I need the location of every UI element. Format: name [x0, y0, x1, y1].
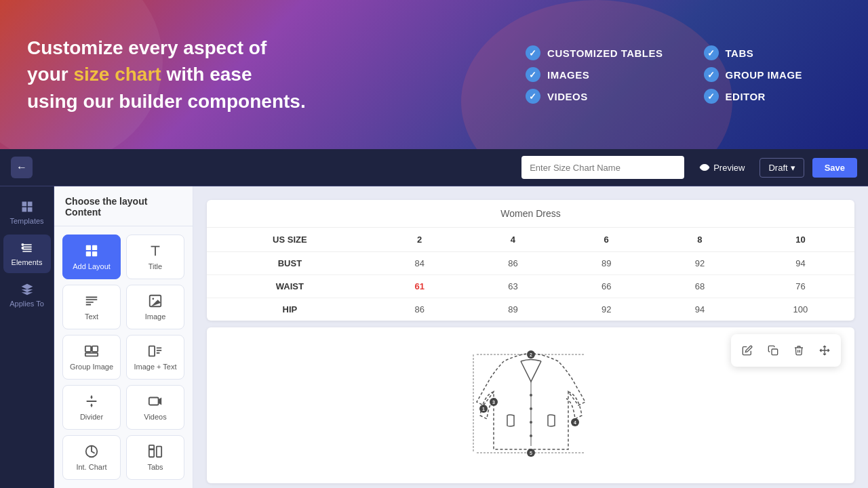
svg-point-8: [152, 298, 154, 300]
svg-rect-10: [92, 346, 98, 352]
element-image[interactable]: Image: [126, 285, 184, 329]
element-add-layout[interactable]: Add Layout: [62, 235, 121, 279]
check-icon-2: ✓: [704, 45, 719, 60]
save-button[interactable]: Save: [812, 158, 857, 178]
bust-2: 84: [373, 252, 467, 275]
hero-text: Customize every aspect of your size char…: [27, 35, 526, 115]
hero-line3: using our builder components.: [27, 91, 306, 112]
waist-10: 76: [747, 275, 854, 298]
svg-rect-20: [772, 349, 778, 355]
data-table: US SIZE 2 4 6 8 10 BUST 84 86: [207, 228, 854, 321]
move-button[interactable]: [812, 338, 837, 363]
element-videos[interactable]: Videos: [126, 385, 184, 430]
table-section: Women Dress US SIZE 2 4 6 8 10: [207, 200, 854, 321]
svg-rect-12: [149, 346, 155, 357]
topbar: ← Preview Draft ▾ Save: [0, 149, 868, 186]
check-icon-1: ✓: [526, 45, 540, 60]
feature-label-2: TABS: [726, 47, 754, 59]
elements-grid: Add Layout Title Text Image: [54, 226, 193, 488]
element-videos-label: Videos: [144, 413, 166, 421]
sidebar-templates-label: Templates: [9, 217, 43, 225]
app-shell: ← Preview Draft ▾ Save Templates Element…: [0, 149, 868, 488]
back-icon: ←: [16, 161, 27, 174]
element-text[interactable]: Text: [62, 285, 121, 329]
canvas: Women Dress US SIZE 2 4 6 8 10: [193, 186, 868, 488]
delete-button[interactable]: [787, 338, 811, 363]
svg-rect-11: [85, 353, 98, 357]
edit-button[interactable]: [735, 338, 760, 363]
feature-images: ✓ IMAGES: [526, 67, 663, 82]
preview-label: Preview: [713, 163, 745, 173]
feature-group-image: ✓ GROUP IMAGE: [704, 67, 841, 82]
hero-line2-end: with ease: [161, 64, 252, 85]
waist-2: 61: [373, 275, 467, 298]
element-text-label: Text: [85, 312, 98, 321]
element-image-text-label: Image + Text: [134, 363, 176, 371]
bust-8: 92: [653, 252, 747, 275]
sidebar: Templates Elements Applies To: [0, 186, 54, 488]
element-add-layout-label: Add Layout: [73, 262, 111, 270]
hero-highlight: size chart: [73, 64, 161, 85]
svg-marker-13: [90, 395, 93, 398]
preview-button[interactable]: Preview: [692, 158, 751, 177]
element-image-text[interactable]: Image + Text: [126, 335, 184, 380]
sidebar-applies-label: Applies To: [9, 300, 44, 308]
svg-rect-2: [21, 247, 23, 249]
hero-features: ✓ CUSTOMIZED TABLES ✓ TABS ✓ IMAGES ✓ GR…: [526, 45, 841, 104]
element-group-image-label: Group Image: [70, 363, 113, 371]
check-icon-4: ✓: [704, 67, 719, 82]
svg-rect-9: [85, 346, 91, 352]
col-header-10: 10: [747, 228, 854, 252]
draft-button[interactable]: Draft ▾: [760, 158, 804, 178]
sidebar-item-elements[interactable]: Elements: [3, 235, 51, 273]
feature-editor: ✓ EDITOR: [704, 89, 841, 104]
table-row-waist: WAIST 61 63 66 68 76: [207, 275, 854, 298]
hip-8: 94: [653, 298, 747, 321]
col-header-2: 2: [373, 228, 467, 252]
panel-title: Choose the layout Content: [54, 186, 193, 226]
waist-6: 66: [559, 275, 653, 298]
back-button[interactable]: ←: [11, 157, 33, 178]
draft-label: Draft: [768, 163, 787, 173]
table-header-row: US SIZE 2 4 6 8 10: [207, 228, 854, 252]
element-tabs[interactable]: Tabs: [126, 435, 184, 480]
element-title-label: Title: [149, 262, 162, 270]
row-label-bust: BUST: [207, 252, 373, 275]
svg-rect-1: [21, 243, 23, 245]
bust-10: 94: [747, 252, 854, 275]
element-divider[interactable]: Divider: [62, 385, 121, 430]
col-header-us-size: US SIZE: [207, 228, 373, 252]
chart-name-input[interactable]: [521, 156, 684, 179]
hero-line2-plain: your: [27, 64, 73, 85]
row-label-hip: HIP: [207, 298, 373, 321]
feature-label-6: EDITOR: [726, 91, 766, 102]
hip-2: 86: [373, 298, 467, 321]
sidebar-elements-label: Elements: [12, 258, 43, 266]
table-title: Women Dress: [207, 200, 854, 228]
element-divider-label: Divider: [80, 413, 103, 421]
svg-rect-5: [86, 251, 91, 256]
col-header-4: 4: [467, 228, 560, 252]
svg-rect-3: [86, 245, 91, 250]
element-tabs-label: Tabs: [147, 463, 163, 471]
feature-customized-tables: ✓ CUSTOMIZED TABLES: [526, 45, 663, 60]
float-toolbar: [731, 334, 841, 367]
sidebar-item-applies-to[interactable]: Applies To: [3, 276, 51, 314]
sidebar-item-templates[interactable]: Templates: [3, 193, 51, 232]
feature-videos: ✓ VIDEOS: [526, 89, 663, 104]
element-group-image[interactable]: Group Image: [62, 335, 121, 380]
waist-8: 68: [653, 275, 747, 298]
svg-text:5: 5: [530, 451, 532, 455]
element-int-chart[interactable]: Int. Chart: [62, 435, 121, 480]
svg-rect-19: [157, 447, 161, 458]
element-title[interactable]: Title: [126, 235, 184, 279]
svg-marker-14: [90, 405, 93, 408]
svg-rect-6: [92, 251, 97, 256]
check-icon-5: ✓: [526, 89, 540, 104]
bust-4: 86: [467, 252, 560, 275]
svg-rect-15: [149, 398, 159, 405]
feature-tabs: ✓ TABS: [704, 45, 841, 60]
copy-button[interactable]: [761, 338, 785, 363]
hip-4: 89: [467, 298, 560, 321]
hip-10: 100: [747, 298, 854, 321]
